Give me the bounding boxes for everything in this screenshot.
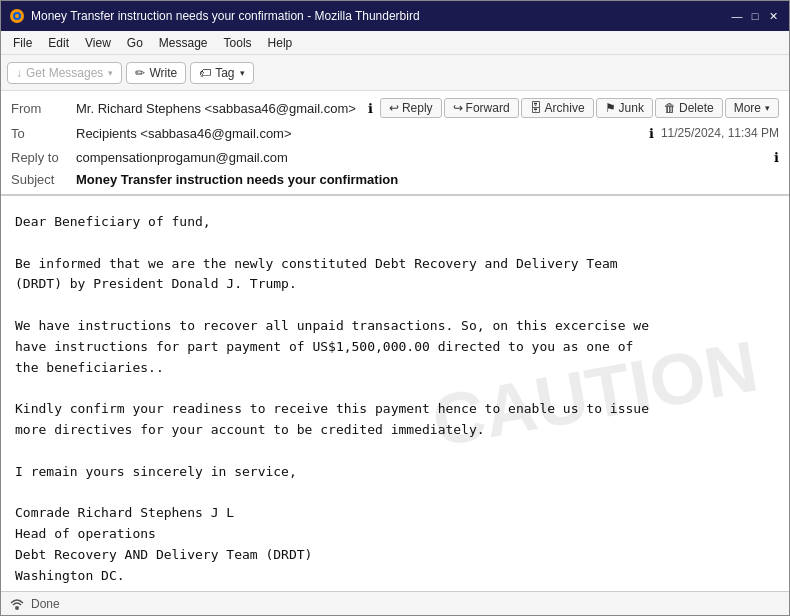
get-messages-label: Get Messages — [26, 66, 103, 80]
reply-icon: ↩ — [389, 101, 399, 115]
menu-edit[interactable]: Edit — [40, 34, 77, 52]
write-button[interactable]: ✏ Write — [126, 62, 186, 84]
status-bar: Done — [1, 591, 789, 615]
email-body-text: Dear Beneficiary of fund, Be informed th… — [15, 212, 775, 586]
more-label: More — [734, 101, 761, 115]
to-info-icon[interactable]: ℹ — [649, 126, 654, 141]
minimize-button[interactable]: — — [729, 8, 745, 24]
archive-icon: 🗄 — [530, 101, 542, 115]
menu-message[interactable]: Message — [151, 34, 216, 52]
subject-value: Money Transfer instruction needs your co… — [76, 172, 398, 187]
delete-label: Delete — [679, 101, 714, 115]
menu-tools[interactable]: Tools — [216, 34, 260, 52]
subject-row: Subject Money Transfer instruction needs… — [1, 169, 789, 190]
svg-point-2 — [15, 14, 19, 18]
menu-bar: File Edit View Go Message Tools Help — [1, 31, 789, 55]
to-row: To Recipients <sabbasa46@gmail.com> ℹ 11… — [1, 121, 789, 145]
tag-icon: 🏷 — [199, 66, 211, 80]
connection-icon — [9, 596, 25, 612]
email-header: From Mr. Richard Stephens <sabbasa46@gma… — [1, 91, 789, 196]
get-messages-icon: ↓ — [16, 66, 22, 80]
reply-to-value: compensationprogamun@gmail.com — [76, 150, 774, 165]
tag-dropdown-icon: ▾ — [240, 68, 245, 78]
to-value: Recipients <sabbasa46@gmail.com> — [76, 126, 649, 141]
get-messages-button[interactable]: ↓ Get Messages ▾ — [7, 62, 122, 84]
reply-to-label: Reply to — [11, 150, 76, 165]
email-timestamp: 11/25/2024, 11:34 PM — [661, 126, 779, 140]
junk-icon: ⚑ — [605, 101, 616, 115]
close-button[interactable]: ✕ — [765, 8, 781, 24]
archive-label: Archive — [545, 101, 585, 115]
maximize-button[interactable]: □ — [747, 8, 763, 24]
email-body: CAUTION Dear Beneficiary of fund, Be inf… — [1, 196, 789, 591]
archive-button[interactable]: 🗄 Archive — [521, 98, 594, 118]
status-text: Done — [31, 597, 60, 611]
from-value: Mr. Richard Stephens <sabbasa46@gmail.co… — [76, 101, 368, 116]
title-bar: Money Transfer instruction needs your co… — [1, 1, 789, 31]
window-controls: — □ ✕ — [729, 8, 781, 24]
main-window: Money Transfer instruction needs your co… — [0, 0, 790, 616]
menu-go[interactable]: Go — [119, 34, 151, 52]
reply-to-row: Reply to compensationprogamun@gmail.com … — [1, 145, 789, 169]
window-title: Money Transfer instruction needs your co… — [31, 9, 723, 23]
from-info-icon[interactable]: ℹ — [368, 101, 373, 116]
menu-file[interactable]: File — [5, 34, 40, 52]
tag-label: Tag — [215, 66, 234, 80]
reply-to-info-icon[interactable]: ℹ — [774, 150, 779, 165]
menu-help[interactable]: Help — [260, 34, 301, 52]
reply-button[interactable]: ↩ Reply — [380, 98, 442, 118]
delete-button[interactable]: 🗑 Delete — [655, 98, 723, 118]
app-icon — [9, 8, 25, 24]
junk-button[interactable]: ⚑ Junk — [596, 98, 653, 118]
forward-label: Forward — [466, 101, 510, 115]
svg-point-3 — [15, 606, 19, 610]
menu-view[interactable]: View — [77, 34, 119, 52]
tag-button[interactable]: 🏷 Tag ▾ — [190, 62, 253, 84]
get-messages-dropdown-icon: ▾ — [108, 68, 113, 78]
write-label: Write — [149, 66, 177, 80]
reply-label: Reply — [402, 101, 433, 115]
action-buttons: ↩ Reply ↪ Forward 🗄 Archive ⚑ Junk 🗑 — [380, 98, 779, 118]
more-dropdown-icon: ▾ — [765, 103, 770, 113]
subject-label: Subject — [11, 172, 76, 187]
more-button[interactable]: More ▾ — [725, 98, 779, 118]
from-label: From — [11, 101, 76, 116]
forward-icon: ↪ — [453, 101, 463, 115]
toolbar: ↓ Get Messages ▾ ✏ Write 🏷 Tag ▾ — [1, 55, 789, 91]
from-row: From Mr. Richard Stephens <sabbasa46@gma… — [1, 95, 789, 121]
to-label: To — [11, 126, 76, 141]
write-icon: ✏ — [135, 66, 145, 80]
junk-label: Junk — [619, 101, 644, 115]
delete-icon: 🗑 — [664, 101, 676, 115]
forward-button[interactable]: ↪ Forward — [444, 98, 519, 118]
